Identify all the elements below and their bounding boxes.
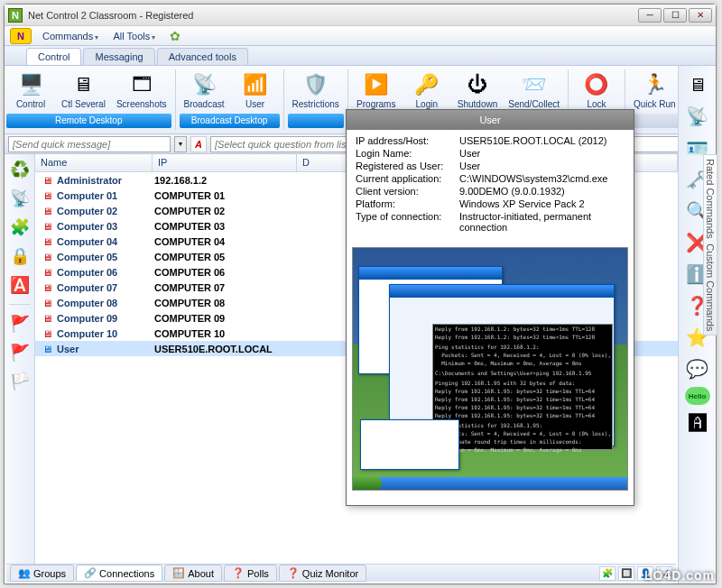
right-tool-1[interactable]: 📡 [684,103,711,130]
col-ip[interactable]: IP [153,154,297,171]
remote-screen-thumbnail[interactable]: Reply from 192.168.1.2: bytes=32 time<1m… [352,247,628,491]
info-label: Current application: [356,173,459,184]
ctl several-icon: 🖥 [69,70,97,99]
tab-icon: 🔗 [84,567,97,579]
format-a-button[interactable]: A [190,136,207,152]
computer-icon: 🖥 [39,205,55,217]
connection-ip: COMPUTER 10 [154,328,299,339]
ribbon-screenshots[interactable]: 🗔Screenshots [112,68,171,112]
shutdown-icon: ⏻ [463,70,492,99]
quick-message-input[interactable] [8,136,171,152]
connection-ip: COMPUTER 01 [154,190,299,201]
left-tool-3[interactable]: 🔒 [8,244,32,268]
ribbon-lock[interactable]: ⭕Lock [572,68,621,112]
info-value: Instructor-initiated, permanent connecti… [459,211,625,233]
connection-name: Computer 07 [57,282,154,293]
info-row: Type of connection:Instructor-initiated,… [356,211,625,233]
computer-icon: 🖥 [39,281,55,294]
ribbon-user[interactable]: 📶User [231,68,280,112]
main-window: N Net Control 2 Classroom - Registered ─… [4,4,717,584]
ribbon-group-label[interactable] [629,114,680,128]
broadcast-icon: 📡 [190,70,218,99]
tab-advanced[interactable]: Advanced tools [157,48,248,65]
col-name[interactable]: Name [35,154,153,171]
tab-icon: 👥 [18,567,31,579]
ribbon-programs[interactable]: ▶️Programs [352,68,401,112]
left-tool-2[interactable]: 🧩 [8,216,32,239]
ribbon-restrictions[interactable]: 🛡️Restrictions [288,68,344,112]
favorite-icon[interactable]: ✿ [170,29,180,43]
send/collect-icon: 📨 [520,70,549,99]
right-tool-11[interactable]: 🅰 [684,409,711,436]
info-row: Login Name:User [356,148,625,159]
info-row: Current application:C:\WINDOWS\system32\… [356,173,625,184]
right-tool-0[interactable]: 🖥 [684,71,711,98]
ribbon-quick-run[interactable]: 🏃Quick Run [629,68,680,112]
tab-messaging[interactable]: Messaging [83,48,154,65]
screenshots-icon: 🗔 [127,70,156,99]
menu-all-tools[interactable]: All Tools [109,29,159,43]
left-tool-1[interactable]: 📡 [8,187,32,210]
connection-name: Computer 04 [57,236,154,247]
popup-body: IP address/Host:USER510E.ROOT.LOCAL (201… [347,130,634,240]
computer-icon: 🖥 [39,266,55,279]
close-button[interactable]: ✕ [689,8,712,23]
programs-icon: ▶️ [362,70,391,99]
titlebar[interactable]: N Net Control 2 Classroom - Registered ─… [5,5,716,26]
menu-commands[interactable]: Commands [39,29,102,43]
left-tool-4[interactable]: 🅰️ [8,273,32,297]
ribbon-broadcast[interactable]: 📡Broadcast [180,68,229,112]
status-button-0[interactable]: 🧩 [599,566,616,581]
ribbon-shutdown[interactable]: ⏻Shutdown [453,68,502,112]
popup-title[interactable]: User [347,110,634,130]
connection-ip: COMPUTER 03 [154,221,299,232]
user-icon: 📶 [241,70,270,99]
connection-ip: COMPUTER 06 [154,267,299,278]
bottom-tab-quiz-monitor[interactable]: ❓Quiz Monitor [279,565,366,582]
ribbon-control[interactable]: 🖥️Control [6,68,55,112]
ribbon-group-label[interactable] [288,114,344,128]
quick-message-dropdown[interactable]: ▾ [174,136,187,152]
connection-name: Computer 08 [57,298,154,308]
ribbon-send/collect[interactable]: 📨Send/Collect [504,68,564,112]
xp-start-button [353,477,382,490]
info-label: IP address/Host: [356,135,459,146]
tab-icon: ❓ [232,567,245,579]
connection-name: Computer 03 [57,221,154,232]
bottom-tab-groups[interactable]: 👥Groups [10,565,74,582]
info-value: Windows XP Service Pack 2 [459,198,625,209]
tab-control[interactable]: Control [26,48,81,65]
xp-tooltip [360,419,459,470]
left-tool-8[interactable]: 🏳️ [8,370,32,393]
bottom-tab-polls[interactable]: ❓Polls [224,565,277,582]
ribbon-login[interactable]: 🔑Login [403,68,451,112]
left-tool-0[interactable]: ♻️ [8,158,32,181]
connection-ip: 192.168.1.2 [154,175,299,186]
bottom-tab-connections[interactable]: 🔗Connections [76,565,162,582]
computer-icon: 🖥 [39,312,55,325]
connection-name: Computer 09 [57,313,154,324]
computer-icon: 🖥 [39,220,55,233]
right-tool-10[interactable]: Hello [685,387,710,405]
ribbon-group-label[interactable]: Broadcast Desktop [180,114,280,128]
menubar: N Commands All Tools ✿ [5,26,716,46]
maximize-button[interactable]: ☐ [663,8,687,23]
ribbon-ctl-several[interactable]: 🖥Ctl Several [57,68,110,112]
user-info-popup[interactable]: User IP address/Host:USER510E.ROOT.LOCAL… [346,109,634,506]
sidebar-label-rated[interactable]: Rated Commands Custom Commands [703,154,717,335]
status-button-1[interactable]: 🔲 [618,566,634,581]
ribbon-group-label[interactable]: Remote Desktop [6,114,171,128]
right-tool-9[interactable]: 💬 [684,355,711,382]
connection-name: Computer 01 [57,190,154,201]
restrictions-icon: 🛡️ [301,70,330,99]
left-tool-6[interactable]: 🚩 [8,312,32,335]
cmd-window: Reply from 192.168.1.2: bytes=32 time<1m… [432,324,613,450]
quick run-icon: 🏃 [640,70,669,99]
left-tool-7[interactable]: 🚩 [8,341,32,364]
info-value: User [459,148,625,159]
connection-ip: COMPUTER 08 [154,298,299,308]
info-label: Client version: [356,186,459,197]
minimize-button[interactable]: ─ [638,8,662,23]
bottom-tab-about[interactable]: 🪟About [164,565,222,582]
app-logo-icon[interactable]: N [10,28,32,44]
